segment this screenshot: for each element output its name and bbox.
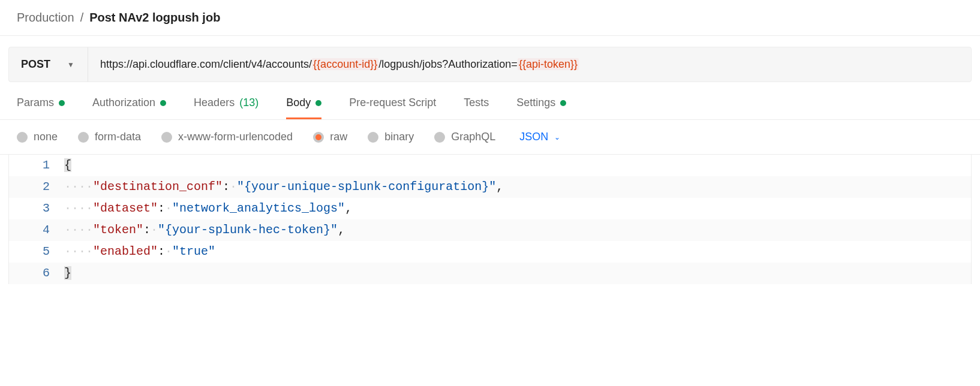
tab-params-label: Params [17, 96, 54, 109]
radio-icon [17, 132, 28, 143]
chevron-down-icon: ⌄ [554, 133, 560, 141]
line-number: 5 [9, 241, 64, 263]
radio-raw-label: raw [330, 131, 347, 143]
tab-settings-label: Settings [516, 96, 555, 109]
request-url-input[interactable]: https://api.cloudflare.com/client/v4/acc… [88, 47, 971, 82]
line-number: 6 [9, 263, 64, 284]
tab-headers[interactable]: Headers (13) [194, 96, 258, 119]
radio-form-data[interactable]: form-data [78, 131, 141, 143]
radio-icon [78, 132, 89, 143]
breadcrumb: Production / Post NAv2 logpush job [0, 0, 980, 36]
radio-binary[interactable]: binary [368, 131, 414, 143]
line-number: 2 [9, 176, 64, 198]
radio-graphql[interactable]: GraphQL [434, 131, 495, 143]
line-number: 3 [9, 198, 64, 219]
code-line: } [64, 263, 971, 284]
status-dot-icon [315, 100, 321, 106]
tab-body-label: Body [286, 96, 311, 109]
url-variable-api-token: {{api-token}} [518, 58, 579, 70]
breadcrumb-separator: / [80, 11, 84, 25]
chevron-down-icon: ▼ [67, 61, 74, 69]
tab-tests[interactable]: Tests [464, 96, 489, 119]
code-line: { [64, 155, 971, 176]
request-tabs: Params Authorization Headers (13) Body P… [0, 82, 980, 120]
radio-urlencoded[interactable]: x-www-form-urlencoded [161, 131, 293, 143]
http-method-label: POST [21, 58, 50, 71]
radio-raw[interactable]: raw [313, 131, 347, 143]
body-type-row: none form-data x-www-form-urlencoded raw… [0, 120, 980, 155]
radio-icon [313, 132, 324, 143]
code-line: ····"dataset":·"network_analytics_logs", [64, 198, 971, 219]
radio-none[interactable]: none [17, 131, 58, 143]
tab-prerequest-script[interactable]: Pre-request Script [349, 96, 436, 119]
tab-params[interactable]: Params [17, 96, 65, 119]
code-line: ····"enabled":·"true" [64, 241, 971, 263]
line-number: 1 [9, 155, 64, 176]
body-language-label: JSON [519, 131, 548, 143]
status-dot-icon [160, 100, 166, 106]
url-part-2: /logpush/jobs?Authorization= [378, 58, 518, 70]
tab-body[interactable]: Body [286, 96, 321, 119]
tab-headers-label: Headers [194, 96, 235, 109]
radio-none-label: none [34, 131, 58, 143]
body-language-dropdown[interactable]: JSON ⌄ [519, 131, 560, 143]
line-number: 4 [9, 219, 64, 241]
url-part-1: https://api.cloudflare.com/client/v4/acc… [100, 58, 312, 70]
radio-urlencoded-label: x-www-form-urlencoded [178, 131, 293, 143]
status-dot-icon [560, 100, 566, 106]
radio-form-data-label: form-data [95, 131, 141, 143]
breadcrumb-current: Post NAv2 logpush job [89, 11, 220, 25]
radio-graphql-label: GraphQL [451, 131, 495, 143]
tab-authorization[interactable]: Authorization [92, 96, 166, 119]
tab-headers-count: (13) [239, 96, 258, 109]
request-bar: POST ▼ https://api.cloudflare.com/client… [8, 47, 972, 82]
radio-binary-label: binary [384, 131, 414, 143]
tab-settings[interactable]: Settings [516, 96, 566, 119]
radio-icon [434, 132, 445, 143]
breadcrumb-parent[interactable]: Production [17, 11, 74, 25]
http-method-dropdown[interactable]: POST ▼ [9, 47, 88, 82]
code-line: ····"token":·"{your-splunk-hec-token}", [64, 219, 971, 241]
url-variable-account-id: {{account-id}} [312, 58, 378, 70]
radio-icon [368, 132, 378, 143]
tab-authorization-label: Authorization [92, 96, 155, 109]
radio-icon [161, 132, 172, 143]
body-editor[interactable]: 1 { 2 ····"destination_conf":·"{your-uni… [8, 155, 972, 284]
tab-prerequest-label: Pre-request Script [349, 96, 436, 109]
code-line: ····"destination_conf":·"{your-unique-sp… [64, 176, 971, 198]
status-dot-icon [59, 100, 65, 106]
tab-tests-label: Tests [464, 96, 489, 109]
